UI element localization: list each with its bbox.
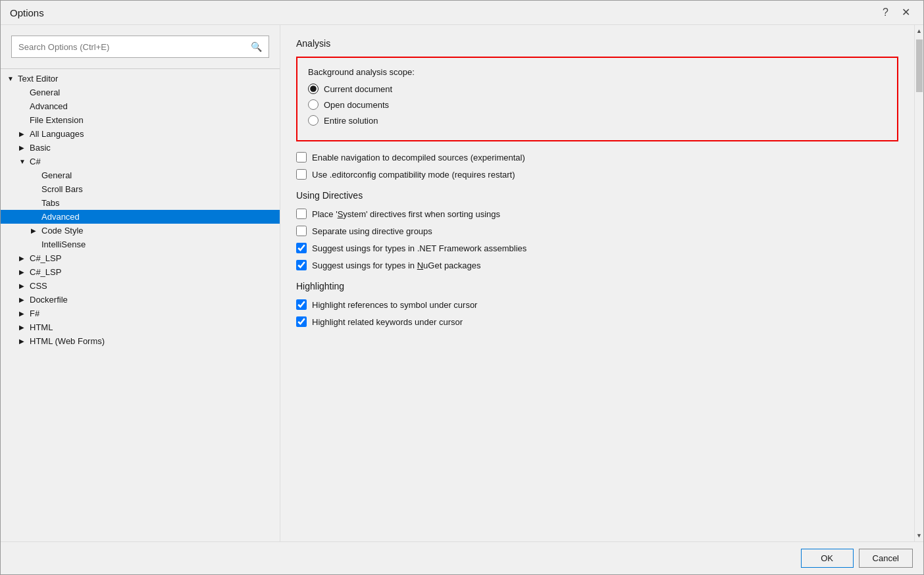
checkbox-nav-decompiled-input[interactable] [296,152,307,162]
tree-item-csharp-lsp-1[interactable]: ▶C#_LSP [1,251,280,265]
tree-label-advanced: Advanced [41,212,80,222]
tree-arrow-html: ▶ [19,324,27,331]
title-bar-left: Options [10,7,44,18]
tree-label-all-languages: All Languages [30,129,84,139]
checkbox-editorconfig-input[interactable] [296,169,307,180]
tree-label-basic: Basic [30,143,51,153]
tree-item-html[interactable]: ▶HTML [1,320,280,334]
tree-arrow-basic: ▶ [19,144,27,151]
using-directives-section-title: Using Directives [296,190,898,201]
tree-label-text-editor: Text Editor [18,74,58,84]
tree-label-csharp-general: General [41,170,72,180]
tree-arrow-text-editor: ▼ [7,75,15,82]
checkbox-suggest-net-label: Suggest usings for types in .NET Framewo… [312,243,526,253]
checkbox-highlight-refs-input[interactable] [296,299,307,310]
tree-item-dockerfile[interactable]: ▶Dockerfile [1,293,280,307]
radio-current-doc-label: Current document [324,84,392,94]
tree-item-fsharp[interactable]: ▶F# [1,307,280,320]
tree-label-code-style: Code Style [41,226,84,236]
tree-label-fsharp: F# [30,309,39,318]
tree-item-csharp-general[interactable]: General [1,168,280,182]
tree-item-advanced[interactable]: Advanced [1,210,280,224]
tree-label-tabs: Tabs [41,198,59,208]
checkbox-suggest-net[interactable]: Suggest usings for types in .NET Framewo… [296,243,898,253]
tree-label-csharp: C# [30,157,41,166]
tree-item-html-web-forms[interactable]: ▶HTML (Web Forms) [1,334,280,348]
checkbox-editorconfig-label: Use .editorconfig compatibility mode (re… [312,170,515,180]
tree-item-csharp[interactable]: ▼C# [1,155,280,168]
checkbox-separate-groups-input[interactable] [296,226,307,236]
tree-arrow-fsharp: ▶ [19,310,27,317]
cancel-button[interactable]: Cancel [859,549,913,568]
tree-label-advanced-top: Advanced [30,101,68,111]
tree-item-basic[interactable]: ▶Basic [1,141,280,155]
tree-label-csharp-lsp-2: C#_LSP [30,267,61,277]
radio-open-docs-input[interactable] [308,99,319,110]
tree-label-general: General [30,88,60,97]
tree-item-text-editor[interactable]: ▼Text Editor [1,72,280,86]
checkbox-nav-decompiled-label: Enable navigation to decompiled sources … [312,153,525,162]
tree-label-html: HTML [30,322,53,332]
radio-entire-solution-input[interactable] [308,115,319,126]
tree-arrow-csharp-lsp-1: ▶ [19,255,27,262]
tree-arrow-csharp-lsp-2: ▶ [19,268,27,276]
radio-current-doc-input[interactable] [308,84,319,94]
help-button[interactable]: ? [879,6,892,19]
checkbox-suggest-nuget-input[interactable] [296,260,307,270]
radio-entire-solution[interactable]: Entire solution [308,115,886,126]
tree-item-general[interactable]: General [1,86,280,99]
scroll-up-arrow[interactable]: ▲ [915,25,924,37]
tree-item-tabs[interactable]: Tabs [1,196,280,210]
tree-label-scroll-bars: Scroll Bars [41,184,83,194]
tree: ▼Text EditorGeneralAdvancedFile Extensio… [1,69,280,541]
tree-item-advanced-top[interactable]: Advanced [1,99,280,113]
checkbox-nav-decompiled[interactable]: Enable navigation to decompiled sources … [296,152,898,162]
checkbox-system-first-label: Place 'System' directives first when sor… [312,209,500,219]
search-bar: 🔍 [11,36,269,58]
bottom-bar: OK Cancel [1,541,923,574]
dialog-title: Options [10,7,44,18]
tree-item-code-style[interactable]: ▶Code Style [1,224,280,238]
tree-arrow-code-style: ▶ [31,227,39,234]
radio-open-docs[interactable]: Open documents [308,99,886,110]
title-bar-right: ? ✕ [879,6,914,19]
checkbox-highlight-keywords-input[interactable] [296,316,307,327]
right-scroll-area: Analysis Background analysis scope: Curr… [280,25,914,541]
search-icon: 🔍 [251,41,262,52]
ok-button[interactable]: OK [801,549,854,568]
tree-item-intellisense[interactable]: IntelliSense [1,238,280,251]
highlighting-section-title: Highlighting [296,281,898,291]
checkbox-suggest-net-input[interactable] [296,243,307,253]
tree-arrow-html-web-forms: ▶ [19,338,27,345]
tree-label-dockerfile: Dockerfile [30,295,68,305]
tree-label-html-web-forms: HTML (Web Forms) [30,336,105,346]
tree-item-all-languages[interactable]: ▶All Languages [1,127,280,141]
close-button[interactable]: ✕ [898,6,914,19]
title-bar: Options ? ✕ [1,1,923,25]
search-input[interactable] [18,42,251,52]
checkbox-suggest-nuget-label: Suggest usings for types in NuGet packag… [312,261,481,270]
checkbox-highlight-keywords[interactable]: Highlight related keywords under cursor [296,316,898,327]
tree-label-css: CSS [30,281,47,291]
scroll-down-arrow[interactable]: ▼ [915,530,924,541]
checkbox-suggest-nuget[interactable]: Suggest usings for types in NuGet packag… [296,260,898,270]
right-scrollbar: ▲ ▼ [914,25,923,541]
checkbox-editorconfig[interactable]: Use .editorconfig compatibility mode (re… [296,169,898,180]
tree-item-csharp-lsp-2[interactable]: ▶C#_LSP [1,265,280,279]
tree-label-csharp-lsp-1: C#_LSP [30,253,61,263]
checkbox-separate-groups[interactable]: Separate using directive groups [296,226,898,236]
checkbox-system-first-input[interactable] [296,209,307,219]
radio-current-doc[interactable]: Current document [308,84,886,94]
left-panel: 🔍 ▼Text EditorGeneralAdvancedFile Extens… [1,25,280,541]
tree-arrow-dockerfile: ▶ [19,296,27,303]
checkbox-highlight-refs[interactable]: Highlight references to symbol under cur… [296,299,898,310]
background-analysis-box: Background analysis scope: Current docum… [296,57,898,141]
tree-item-scroll-bars[interactable]: Scroll Bars [1,182,280,196]
tree-label-intellisense: IntelliSense [41,239,86,249]
tree-item-file-extension[interactable]: File Extension [1,113,280,127]
right-panel: Analysis Background analysis scope: Curr… [280,25,923,541]
tree-item-css[interactable]: ▶CSS [1,279,280,293]
scroll-thumb[interactable] [916,39,923,92]
dialog-body: 🔍 ▼Text EditorGeneralAdvancedFile Extens… [1,25,923,541]
checkbox-system-first[interactable]: Place 'System' directives first when sor… [296,209,898,219]
